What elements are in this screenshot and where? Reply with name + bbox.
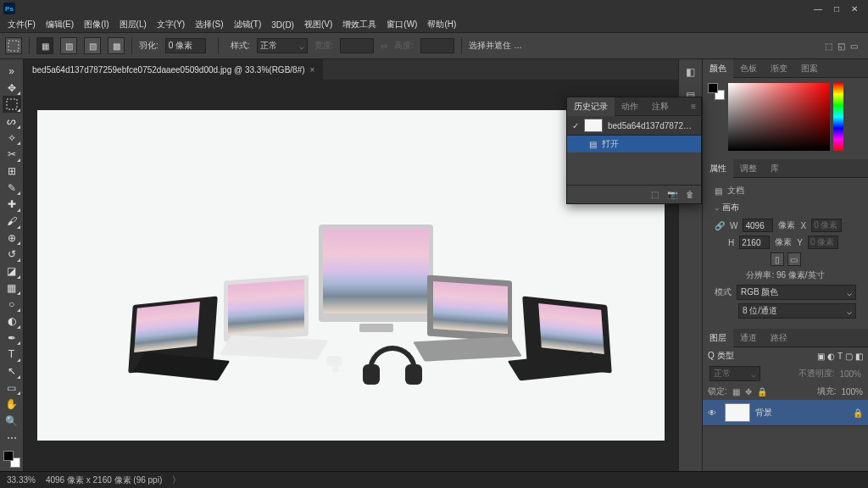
history-source[interactable]: ✓ bed5a64d137d787259ebfce07... — [567, 116, 701, 136]
stamp-tool[interactable]: ⊕ — [3, 230, 21, 247]
move-tool[interactable]: ✥ — [3, 80, 21, 97]
portrait-icon[interactable]: ▯ — [771, 252, 784, 266]
menu-type[interactable]: 文字(Y) — [153, 19, 189, 30]
tab-history[interactable]: 历史记录 — [567, 97, 615, 116]
lock-all-icon[interactable]: 🔒 — [757, 387, 767, 396]
link-icon[interactable]: 🔗 — [715, 221, 725, 230]
subtract-selection-icon[interactable]: ▨ — [84, 37, 101, 54]
close-tab-icon[interactable]: × — [310, 65, 315, 75]
lasso-tool[interactable]: ᔕ — [3, 113, 21, 130]
new-doc-from-state-icon[interactable]: ⬚ — [651, 190, 659, 199]
menu-layer[interactable]: 图层(L) — [115, 19, 151, 30]
collapsed-panel-icon-1[interactable]: ◧ — [683, 64, 698, 80]
visibility-icon[interactable]: 👁 — [708, 408, 720, 418]
menu-view[interactable]: 视图(V) — [300, 19, 337, 30]
zoom-tool[interactable]: 🔍 — [3, 413, 21, 430]
tab-adjustments[interactable]: 调整 — [733, 159, 764, 178]
eyedropper-tool[interactable]: ✎ — [3, 180, 21, 197]
menu-3d[interactable]: 3D(D) — [267, 20, 298, 30]
zoom-level[interactable]: 33.33% — [7, 475, 36, 485]
depth-dropdown[interactable]: 8 位/通道⌵ — [738, 303, 856, 319]
status-chevron-icon[interactable]: 〉 — [172, 474, 181, 486]
filter-shape-icon[interactable]: ▢ — [845, 352, 853, 361]
tab-notes[interactable]: 注释 — [645, 97, 676, 116]
filter-smart-icon[interactable]: ◧ — [855, 352, 863, 361]
hand-tool[interactable]: ✋ — [3, 396, 21, 413]
document-tab-title: bed5a64d137d787259ebfce0752daaee0509d00d… — [32, 65, 305, 75]
search-icon[interactable]: ⬚ — [825, 42, 832, 51]
canvas-section[interactable]: 画布 — [708, 198, 863, 217]
color-field[interactable] — [728, 83, 830, 151]
lock-pixels-icon[interactable]: ▦ — [732, 387, 740, 396]
tab-paths[interactable]: 路径 — [764, 329, 794, 347]
edit-toolbar-icon[interactable]: ⋯ — [3, 430, 21, 446]
style-dropdown[interactable]: 正常⌵ — [257, 38, 308, 53]
y-label: Y — [797, 238, 803, 247]
maximize-icon[interactable]: □ — [834, 4, 839, 14]
close-icon[interactable]: ✕ — [851, 4, 858, 14]
mode-dropdown[interactable]: RGB 颜色⌵ — [737, 285, 856, 300]
type-tool[interactable]: T — [3, 346, 21, 363]
delete-state-icon[interactable]: 🗑 — [686, 190, 694, 199]
menu-file[interactable]: 文件(F) — [3, 19, 40, 30]
tab-gradients[interactable]: 渐变 — [764, 59, 794, 78]
crop-tool[interactable]: ✂ — [3, 146, 21, 163]
tab-libraries[interactable]: 库 — [764, 159, 786, 178]
collapse-toolbox-icon[interactable]: » — [3, 63, 21, 80]
gradient-tool[interactable]: ▦ — [3, 280, 21, 297]
tab-properties[interactable]: 属性 — [703, 159, 733, 178]
path-select-tool[interactable]: ↖ — [3, 363, 21, 380]
doc-label: 文档 — [727, 185, 744, 197]
marquee-tool[interactable] — [3, 96, 21, 113]
menu-plugins[interactable]: 增效工具 — [338, 19, 381, 30]
tab-swatches[interactable]: 色板 — [733, 59, 764, 78]
color-picker[interactable] — [703, 78, 868, 156]
intersect-selection-icon[interactable]: ▩ — [108, 37, 125, 54]
landscape-icon[interactable]: ▭ — [787, 252, 801, 266]
tab-color[interactable]: 颜色 — [703, 59, 733, 78]
wand-tool[interactable]: ✧ — [3, 130, 21, 147]
menu-image[interactable]: 图像(I) — [80, 19, 113, 30]
filter-adjust-icon[interactable]: ◐ — [827, 352, 835, 361]
workspace-icon[interactable]: ▭ — [850, 42, 858, 51]
add-selection-icon[interactable]: ▧ — [60, 37, 77, 54]
lock-position-icon[interactable]: ✥ — [745, 387, 752, 396]
snapshot-icon[interactable]: 📷 — [667, 190, 677, 199]
tool-preset-icon[interactable] — [5, 37, 22, 54]
eraser-tool[interactable]: ◪ — [3, 263, 21, 280]
width-value[interactable] — [743, 219, 773, 232]
history-step[interactable]: ▤ 打开 — [567, 136, 701, 152]
color-swatches[interactable] — [3, 451, 20, 468]
dodge-tool[interactable]: ◐ — [3, 313, 21, 330]
height-value[interactable] — [739, 236, 770, 249]
frame-tool[interactable]: ⊞ — [3, 163, 21, 180]
layer-row[interactable]: 👁 背景 🔒 — [703, 400, 868, 426]
blur-tool[interactable]: ○ — [3, 296, 21, 313]
feather-input[interactable] — [165, 38, 206, 53]
new-selection-icon[interactable]: ▦ — [36, 37, 53, 54]
minimize-icon[interactable]: — — [814, 4, 822, 14]
select-mask-button[interactable]: 选择并遮住 … — [469, 40, 522, 52]
menu-select[interactable]: 选择(S) — [191, 19, 227, 30]
history-brush-tool[interactable]: ↺ — [3, 246, 21, 263]
document-tab[interactable]: bed5a64d137d787259ebfce0752daaee0509d00d… — [24, 59, 323, 80]
shape-tool[interactable]: ▭ — [3, 380, 21, 396]
tab-actions[interactable]: 动作 — [615, 97, 645, 116]
menu-window[interactable]: 窗口(W) — [382, 19, 421, 30]
heal-tool[interactable]: ✚ — [3, 196, 21, 213]
hue-strip[interactable] — [833, 83, 843, 151]
tab-channels[interactable]: 通道 — [733, 329, 764, 347]
tab-layers[interactable]: 图层 — [703, 329, 733, 347]
filter-type-icon[interactable]: T — [837, 352, 843, 361]
layer-name[interactable]: 背景 — [755, 407, 772, 419]
brush-tool[interactable]: 🖌 — [3, 213, 21, 230]
pen-tool[interactable]: ✒ — [3, 330, 21, 347]
filter-pixel-icon[interactable]: ▣ — [817, 352, 825, 361]
panel-menu-icon[interactable]: ≡ — [686, 102, 701, 111]
history-panel[interactable]: 历史记录 动作 注释 ≡ ✓ bed5a64d137d787259ebfce07… — [566, 97, 702, 204]
menu-filter[interactable]: 滤镜(T) — [230, 19, 266, 30]
tab-patterns[interactable]: 图案 — [794, 59, 825, 78]
share-icon[interactable]: ◱ — [837, 42, 845, 51]
menu-edit[interactable]: 编辑(E) — [42, 19, 78, 30]
menu-help[interactable]: 帮助(H) — [423, 19, 460, 30]
